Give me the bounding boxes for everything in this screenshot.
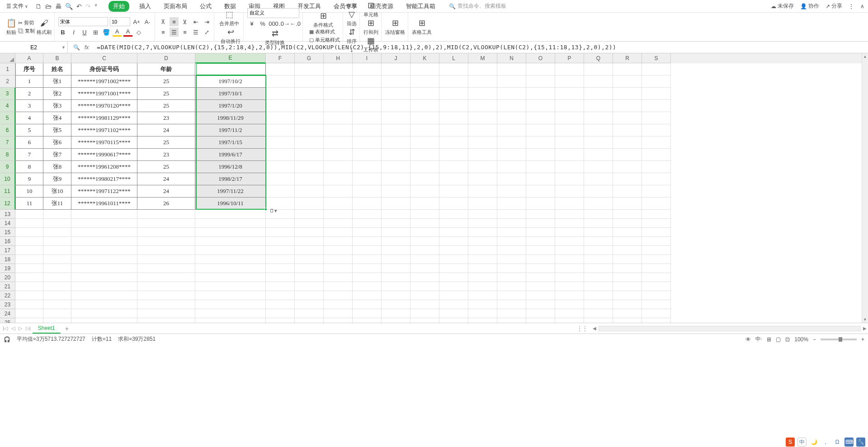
cell-R5[interactable] xyxy=(613,112,642,124)
col-header-A[interactable]: A xyxy=(15,53,43,63)
cell-Q8[interactable] xyxy=(584,149,613,161)
cell-F3[interactable] xyxy=(266,88,295,100)
cell-R2[interactable] xyxy=(613,75,642,88)
cell-M14[interactable] xyxy=(468,219,497,228)
cell-P25[interactable] xyxy=(555,318,584,323)
number-format-select[interactable] xyxy=(247,8,299,18)
cell-K12[interactable] xyxy=(410,198,439,210)
highlight-icon[interactable]: A xyxy=(113,28,122,37)
cell-G20[interactable] xyxy=(295,273,324,282)
unsaved-indicator[interactable]: ☁未保存 xyxy=(771,2,794,10)
cell-B21[interactable] xyxy=(43,282,71,291)
cell-R17[interactable] xyxy=(613,246,642,255)
row-header-24[interactable]: 24 xyxy=(0,309,15,318)
row-header-4[interactable]: 4 xyxy=(0,100,15,112)
cell-I16[interactable] xyxy=(353,237,382,246)
rowscols-button[interactable]: ⊞行和列 xyxy=(363,18,378,36)
cell-N14[interactable] xyxy=(497,219,526,228)
cell-N13[interactable] xyxy=(497,210,526,219)
cell-P21[interactable] xyxy=(555,282,584,291)
cell-C17[interactable] xyxy=(71,246,137,255)
cell-G4[interactable] xyxy=(295,100,324,112)
row-header-8[interactable]: 8 xyxy=(0,149,15,161)
cell-I3[interactable] xyxy=(353,88,382,100)
cell-H16[interactable] xyxy=(324,237,353,246)
cell-R19[interactable] xyxy=(613,264,642,273)
row-header-17[interactable]: 17 xyxy=(0,246,15,255)
paste-button[interactable]: 📋粘贴 xyxy=(6,18,16,36)
cell-B6[interactable]: 张5 xyxy=(43,124,71,136)
cell-N16[interactable] xyxy=(497,237,526,246)
cell-M10[interactable] xyxy=(468,173,497,185)
col-header-R[interactable]: R xyxy=(613,53,642,63)
cell-A20[interactable] xyxy=(15,273,43,282)
ime-icon[interactable]: 中· xyxy=(755,335,762,343)
cell-J25[interactable] xyxy=(382,318,410,323)
name-box-input[interactable] xyxy=(0,44,67,51)
col-header-O[interactable]: O xyxy=(526,53,555,63)
cell-J22[interactable] xyxy=(382,291,410,300)
wrap-button[interactable]: ↩自动换行 xyxy=(221,27,241,45)
cell-A5[interactable]: 4 xyxy=(15,112,43,124)
cell-A21[interactable] xyxy=(15,282,43,291)
cell-K18[interactable] xyxy=(410,255,439,264)
format-painter-button[interactable]: 🖌格式刷 xyxy=(37,19,52,36)
align-middle-icon[interactable]: ≡ xyxy=(170,17,179,26)
cell-H7[interactable] xyxy=(324,136,353,149)
cell-J10[interactable] xyxy=(382,173,410,185)
cell-C15[interactable] xyxy=(71,228,137,237)
cell-O4[interactable] xyxy=(526,100,555,112)
cell-D17[interactable] xyxy=(137,246,195,255)
cell-O20[interactable] xyxy=(526,273,555,282)
cell-P22[interactable] xyxy=(555,291,584,300)
cell-I7[interactable] xyxy=(353,136,382,149)
cell-B15[interactable] xyxy=(43,228,71,237)
cell-E4[interactable]: 1997/1/20 xyxy=(195,100,266,112)
cell-M18[interactable] xyxy=(468,255,497,264)
cell-B22[interactable] xyxy=(43,291,71,300)
col-header-S[interactable]: S xyxy=(642,53,671,63)
cell-B18[interactable] xyxy=(43,255,71,264)
table-tools-button[interactable]: ⊞表格工具 xyxy=(412,18,432,36)
cell-L2[interactable] xyxy=(439,75,468,88)
cell-S10[interactable] xyxy=(642,173,671,185)
cell-G15[interactable] xyxy=(295,228,324,237)
row-header-9[interactable]: 9 xyxy=(0,161,15,173)
cell-I21[interactable] xyxy=(353,282,382,291)
cell-F18[interactable] xyxy=(266,255,295,264)
cell-H2[interactable] xyxy=(324,75,353,88)
cell-M8[interactable] xyxy=(468,149,497,161)
cell-M20[interactable] xyxy=(468,273,497,282)
cell-O21[interactable] xyxy=(526,282,555,291)
cell-E12[interactable]: 1996/10/11 xyxy=(195,198,266,210)
cell-G5[interactable] xyxy=(295,112,324,124)
undo-icon[interactable]: ↶ xyxy=(76,3,82,10)
cell-F1[interactable] xyxy=(266,63,295,75)
cell-H15[interactable] xyxy=(324,228,353,237)
cell-P14[interactable] xyxy=(555,219,584,228)
cell-S7[interactable] xyxy=(642,136,671,149)
cell-L5[interactable] xyxy=(439,112,468,124)
cell-R6[interactable] xyxy=(613,124,642,136)
cell-N1[interactable] xyxy=(497,63,526,75)
cell-L24[interactable] xyxy=(439,309,468,318)
cell-style-button[interactable]: ▢单元格样式 xyxy=(309,37,340,43)
view-normal-icon[interactable]: ⊞ xyxy=(767,336,771,343)
cell-H24[interactable] xyxy=(324,309,353,318)
cell-P1[interactable] xyxy=(555,63,584,75)
cell-E1[interactable]: 出生日期 xyxy=(195,63,266,75)
cell-H17[interactable] xyxy=(324,246,353,255)
cell-Q17[interactable] xyxy=(584,246,613,255)
cell-D24[interactable] xyxy=(137,309,195,318)
col-header-L[interactable]: L xyxy=(439,53,468,63)
row-header-14[interactable]: 14 xyxy=(0,219,15,228)
cell-O15[interactable] xyxy=(526,228,555,237)
cell-G11[interactable] xyxy=(295,185,324,198)
decrease-decimal-icon[interactable]: ←.0 xyxy=(291,19,300,28)
cell-O6[interactable] xyxy=(526,124,555,136)
fill-color-icon[interactable]: 🪣 xyxy=(102,28,111,37)
cell-M3[interactable] xyxy=(468,88,497,100)
cell-G7[interactable] xyxy=(295,136,324,149)
cell-R3[interactable] xyxy=(613,88,642,100)
zoom-thumb[interactable] xyxy=(839,337,842,342)
